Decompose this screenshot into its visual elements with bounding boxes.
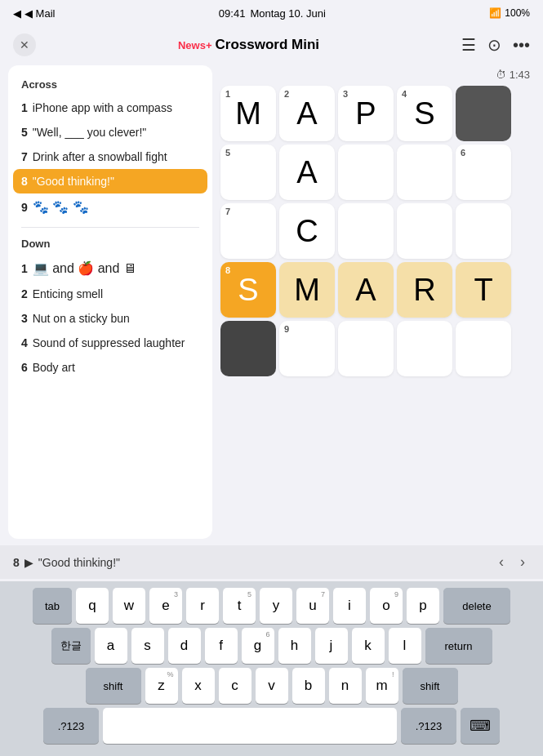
emoji-keyboard-key[interactable]: ⌨: [461, 708, 500, 744]
grid-cell-r1c4[interactable]: 6: [456, 145, 511, 200]
grid-cell-r2c4[interactable]: [456, 203, 511, 259]
across-header: Across: [8, 75, 212, 96]
next-clue-button[interactable]: ›: [515, 552, 530, 572]
key-d[interactable]: d: [168, 628, 201, 664]
key-h[interactable]: h: [278, 628, 311, 664]
header-left: ✕: [13, 33, 36, 56]
grid-cell-r3c2[interactable]: A: [338, 262, 394, 318]
key-s[interactable]: s: [131, 628, 164, 664]
numbers-left-key[interactable]: .?123: [43, 708, 99, 744]
clue-down-6[interactable]: 6 Body art: [8, 355, 212, 380]
numbers-right-key[interactable]: .?123: [401, 708, 456, 744]
key-f[interactable]: f: [205, 628, 238, 664]
status-center: 09:41 Montag 10. Juni: [219, 7, 326, 20]
bottom-nav: ‹ ›: [494, 552, 530, 572]
list-icon[interactable]: ☰: [461, 35, 476, 55]
key-v[interactable]: v: [256, 668, 288, 704]
status-bar: ◀ ◀ Mail 09:41 Montag 10. Juni 📶 100%: [0, 0, 543, 24]
keyboard-row-4: .?123 .?123 ⌨: [3, 708, 540, 744]
crossword-grid: 1M2A3P4S5A67C8SMART9: [220, 86, 511, 376]
clue-num: 1: [21, 101, 28, 114]
key-b[interactable]: b: [292, 668, 325, 704]
clue-text: 🐾 🐾 🐾: [33, 200, 89, 214]
clue-across-7[interactable]: 7 Drink after a snowball fight: [8, 145, 212, 169]
grid-cell-r0c1[interactable]: 2A: [279, 86, 335, 141]
status-right: 📶 100%: [489, 7, 530, 19]
shift-right-key[interactable]: shift: [403, 668, 458, 704]
grid-cell-r1c0[interactable]: 5: [220, 145, 276, 200]
return-key[interactable]: return: [425, 628, 492, 664]
grid-cell-r4c0[interactable]: [220, 321, 276, 376]
grid-cell-r4c1[interactable]: 9: [279, 321, 335, 376]
shift-left-key[interactable]: shift: [86, 668, 141, 704]
grid-cell-r1c2[interactable]: [338, 145, 394, 200]
grid-cell-r2c1[interactable]: C: [279, 203, 335, 259]
key-q[interactable]: q: [76, 588, 109, 624]
key-j[interactable]: j: [315, 628, 348, 664]
key-p[interactable]: p: [407, 588, 439, 624]
grid-cell-r3c0[interactable]: 8S: [220, 262, 276, 318]
clue-across-9[interactable]: 9 🐾 🐾 🐾: [8, 193, 212, 220]
grid-cell-r2c3[interactable]: [397, 203, 452, 259]
grid-cell-r1c3[interactable]: [397, 145, 452, 200]
clue-down-1[interactable]: 1 💻 and 🍎 and 🖥: [8, 255, 212, 282]
key-y[interactable]: y: [260, 588, 292, 624]
key-o[interactable]: o9: [370, 588, 403, 624]
grid-cell-r3c4[interactable]: T: [456, 262, 511, 318]
grid-cell-r0c2[interactable]: 3P: [338, 86, 394, 141]
close-icon: ✕: [20, 38, 29, 51]
share-icon[interactable]: ⊙: [487, 35, 501, 55]
key-e[interactable]: e3: [149, 588, 182, 624]
spacebar[interactable]: [103, 708, 397, 744]
hangul-key[interactable]: 한글: [51, 628, 91, 664]
cell-letter: S: [414, 96, 434, 131]
key-i[interactable]: i: [333, 588, 366, 624]
clue-down-3[interactable]: 3 Nut on a sticky bun: [8, 306, 212, 331]
key-m[interactable]: m!: [366, 668, 398, 704]
bottom-clue-emoji: ▶: [24, 556, 33, 569]
grid-cell-r4c4[interactable]: [456, 321, 511, 376]
key-r[interactable]: r: [186, 588, 219, 624]
tab-key[interactable]: tab: [33, 588, 72, 624]
key-k[interactable]: k: [352, 628, 385, 664]
clue-down-2[interactable]: 2 Enticing smell: [8, 282, 212, 306]
cell-number: 7: [225, 207, 230, 216]
clue-text: Nut on a sticky bun: [33, 312, 130, 325]
more-icon[interactable]: •••: [513, 36, 530, 55]
grid-cell-r1c1[interactable]: A: [279, 145, 335, 200]
key-u[interactable]: u7: [296, 588, 329, 624]
key-t[interactable]: t5: [223, 588, 256, 624]
key-l[interactable]: l: [389, 628, 421, 664]
grid-cell-r3c1[interactable]: M: [279, 262, 335, 318]
clue-across-5[interactable]: 5 "Well, ___ you clever!": [8, 120, 212, 145]
grid-cell-r0c4[interactable]: [456, 86, 511, 141]
prev-clue-button[interactable]: ‹: [494, 552, 509, 572]
clue-num: 1: [21, 262, 28, 275]
clue-num: 7: [21, 150, 28, 163]
main-content: Across 1 iPhone app with a compass 5 "We…: [0, 65, 543, 539]
key-z[interactable]: z%: [145, 668, 178, 704]
clue-across-8-active[interactable]: 8 "Good thinking!": [13, 169, 207, 193]
key-c[interactable]: c: [219, 668, 251, 704]
key-n[interactable]: n: [329, 668, 362, 704]
close-button[interactable]: ✕: [13, 33, 36, 56]
key-w[interactable]: w: [113, 588, 145, 624]
grid-cell-r2c2[interactable]: [338, 203, 394, 259]
grid-cell-r0c0[interactable]: 1M: [220, 86, 276, 141]
clue-num: 8: [21, 175, 28, 188]
cell-number: 5: [225, 148, 230, 158]
grid-cell-r4c2[interactable]: [338, 321, 394, 376]
apple-news-logo: News+: [178, 39, 212, 51]
key-x[interactable]: x: [182, 668, 215, 704]
clue-across-1[interactable]: 1 iPhone app with a compass: [8, 96, 212, 120]
grid-cell-r4c3[interactable]: [397, 321, 452, 376]
key-a[interactable]: a: [95, 628, 127, 664]
bottom-clue-num: 8: [13, 556, 20, 569]
delete-key[interactable]: delete: [443, 588, 510, 624]
clue-down-4[interactable]: 4 Sound of suppressed laughter: [8, 331, 212, 355]
down-section: Down 1 💻 and 🍎 and 🖥 2 Enticing smell 3 …: [8, 234, 212, 380]
grid-cell-r2c0[interactable]: 7: [220, 203, 276, 259]
grid-cell-r3c3[interactable]: R: [397, 262, 452, 318]
grid-cell-r0c3[interactable]: 4S: [397, 86, 452, 141]
key-g[interactable]: g6: [242, 628, 274, 664]
